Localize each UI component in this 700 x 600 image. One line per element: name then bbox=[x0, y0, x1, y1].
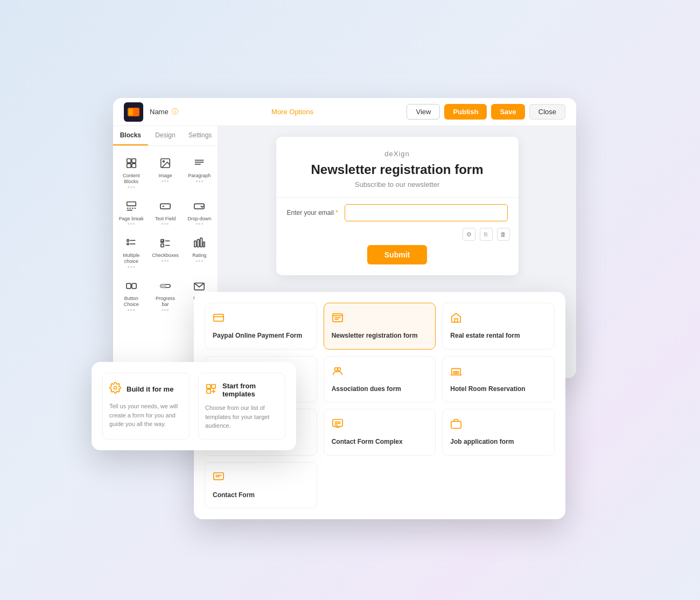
svg-rect-1 bbox=[132, 159, 136, 163]
form-field-section: Enter your email * ⚙ ⎘ 🗑 bbox=[276, 197, 519, 228]
publish-button[interactable]: Publish bbox=[444, 104, 487, 120]
tab-design[interactable]: Design bbox=[148, 126, 183, 145]
svg-rect-38 bbox=[455, 319, 458, 322]
form-brand: deXign bbox=[287, 150, 508, 158]
svg-rect-2 bbox=[127, 164, 130, 168]
template-card-association[interactable]: Association dues form bbox=[324, 356, 436, 403]
image-icon bbox=[158, 156, 173, 171]
build-card-header: Build it for me bbox=[109, 382, 183, 396]
field-settings-btn[interactable]: ⚙ bbox=[463, 228, 475, 241]
newsletter-form-name: Newsletter registration form bbox=[332, 332, 428, 340]
newsletter-icon bbox=[332, 312, 428, 326]
header-buttons: View Publish Save Close bbox=[407, 104, 565, 120]
sidebar-item-rating[interactable]: Rating bbox=[184, 230, 215, 271]
tab-settings[interactable]: Settings bbox=[183, 126, 218, 145]
email-icon bbox=[192, 278, 207, 294]
svg-rect-28 bbox=[132, 283, 136, 288]
editor-header: Name ⓘ More Options View Publish Save Cl… bbox=[113, 98, 576, 126]
template-card-newsletter[interactable]: Newsletter registration form bbox=[324, 303, 436, 350]
svg-rect-53 bbox=[451, 422, 461, 429]
tab-blocks[interactable]: Blocks bbox=[113, 126, 148, 145]
template-card-contact-complex[interactable]: Contact Form Complex bbox=[324, 409, 436, 456]
content-blocks-label: Content Blocks bbox=[117, 173, 145, 185]
svg-rect-45 bbox=[457, 372, 459, 374]
page-break-label: Page break bbox=[119, 216, 144, 222]
build-card-desc: Tell us your needs, we will create a for… bbox=[109, 402, 183, 429]
sidebar-item-image[interactable]: Image bbox=[149, 150, 181, 191]
paypal-form-name: Paypal Online Payment Form bbox=[213, 332, 309, 340]
close-button[interactable]: Close bbox=[529, 104, 565, 120]
template-card-action-desc: Choose from our list of templates for yo… bbox=[205, 403, 278, 430]
sidebar-item-page-break[interactable]: Page break bbox=[115, 193, 147, 228]
template-card-realestate[interactable]: Real estate rental form bbox=[442, 303, 555, 350]
multiple-choice-label: Multiple choice bbox=[117, 253, 145, 264]
svg-point-15 bbox=[127, 240, 129, 242]
save-button[interactable]: Save bbox=[491, 104, 524, 120]
submit-button[interactable]: Submit bbox=[367, 245, 427, 264]
svg-rect-23 bbox=[194, 241, 197, 247]
name-label: Name bbox=[150, 108, 169, 116]
field-delete-btn[interactable]: 🗑 bbox=[497, 228, 510, 241]
build-card-title: Build it for me bbox=[127, 385, 173, 393]
job-form-name: Job application form bbox=[450, 438, 547, 446]
field-row: Enter your email * bbox=[287, 204, 508, 221]
name-field: Name ⓘ bbox=[150, 107, 178, 116]
svg-rect-60 bbox=[212, 384, 215, 388]
field-label: Enter your email * bbox=[287, 209, 338, 217]
svg-point-57 bbox=[114, 386, 117, 389]
contact-complex-icon bbox=[332, 418, 428, 432]
svg-point-5 bbox=[163, 161, 164, 162]
multiple-choice-icon bbox=[124, 235, 139, 250]
template-card-job[interactable]: Job application form bbox=[442, 409, 555, 456]
template-card-action[interactable]: Start from templates Choose from our lis… bbox=[198, 373, 285, 439]
svg-rect-58 bbox=[207, 384, 211, 388]
image-label: Image bbox=[158, 173, 172, 179]
view-button[interactable]: View bbox=[407, 104, 440, 120]
build-icon bbox=[109, 382, 121, 396]
build-for-me-card[interactable]: Build it for me Tell us your needs, we w… bbox=[102, 373, 190, 439]
svg-rect-25 bbox=[200, 238, 202, 247]
sidebar-item-button-choice[interactable]: Button Choice bbox=[115, 273, 147, 314]
svg-point-41 bbox=[334, 367, 338, 371]
checkboxes-label: Checkboxes bbox=[152, 253, 179, 259]
required-indicator: * bbox=[335, 209, 338, 217]
association-icon bbox=[332, 365, 428, 380]
svg-rect-12 bbox=[160, 204, 170, 208]
svg-rect-24 bbox=[198, 240, 200, 247]
dropdown-label: Drop-down bbox=[187, 216, 211, 222]
template-card-hotel[interactable]: Hotel Room Reservation bbox=[442, 356, 555, 403]
sidebar-item-multiple-choice[interactable]: Multiple choice bbox=[115, 230, 147, 271]
sidebar-item-progress-bar[interactable]: Progress bar bbox=[149, 273, 181, 314]
hotel-icon bbox=[450, 365, 547, 380]
sidebar-item-dropdown[interactable]: Drop-down bbox=[184, 193, 215, 228]
rating-label: Rating bbox=[192, 253, 206, 259]
template-card-action-title: Start from templates bbox=[222, 382, 278, 398]
progress-bar-icon bbox=[158, 278, 173, 294]
content-blocks-icon bbox=[124, 156, 139, 171]
text-field-label: Text Field bbox=[155, 216, 176, 222]
form-title: Newsletter registration form bbox=[287, 162, 508, 177]
svg-rect-27 bbox=[126, 283, 130, 288]
association-form-name: Association dues form bbox=[332, 385, 428, 394]
template-card-paypal[interactable]: Paypal Online Payment Form bbox=[205, 303, 317, 350]
rating-icon bbox=[192, 235, 207, 250]
sidebar-item-text-field[interactable]: Text Field bbox=[149, 193, 181, 228]
text-field-icon bbox=[158, 199, 173, 214]
more-options-link[interactable]: More Options bbox=[185, 108, 401, 116]
page-break-icon bbox=[124, 199, 139, 214]
svg-rect-30 bbox=[160, 284, 166, 288]
svg-rect-9 bbox=[127, 201, 136, 205]
button-choice-icon bbox=[124, 278, 139, 294]
template-card-contact[interactable]: Contact Form bbox=[205, 462, 317, 509]
svg-rect-54 bbox=[214, 473, 223, 480]
email-input[interactable] bbox=[345, 204, 508, 221]
sidebar-item-content-blocks[interactable]: Content Blocks bbox=[115, 150, 147, 191]
logo bbox=[124, 102, 143, 122]
hotel-form-name: Hotel Room Reservation bbox=[450, 385, 547, 394]
paypal-icon bbox=[213, 312, 309, 326]
field-copy-btn[interactable]: ⎘ bbox=[480, 228, 493, 241]
sidebar-item-checkboxes[interactable]: Checkboxes bbox=[149, 230, 181, 271]
svg-rect-20 bbox=[161, 244, 164, 247]
sidebar-item-paragraph[interactable]: Paragraph bbox=[184, 150, 215, 191]
form-header-section: deXign Newsletter registration form Subs… bbox=[276, 137, 519, 197]
